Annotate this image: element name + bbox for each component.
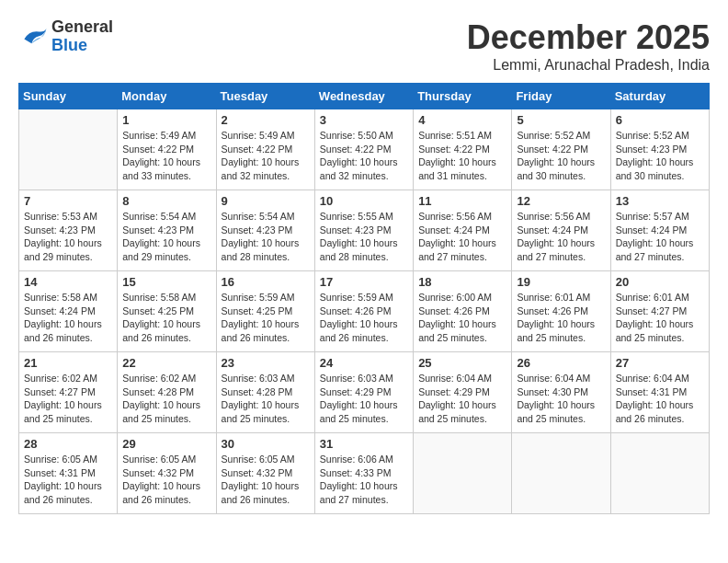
- table-cell: 3Sunrise: 5:50 AMSunset: 4:22 PMDaylight…: [314, 109, 413, 190]
- table-cell: 29Sunrise: 6:05 AMSunset: 4:32 PMDayligh…: [118, 433, 216, 514]
- day-number: 1: [122, 113, 210, 127]
- table-cell: 26Sunrise: 6:04 AMSunset: 4:30 PMDayligh…: [512, 352, 610, 433]
- day-number: 3: [320, 113, 408, 127]
- day-info: Sunrise: 5:59 AMSunset: 4:26 PMDaylight:…: [320, 291, 408, 345]
- day-info: Sunrise: 6:00 AMSunset: 4:26 PMDaylight:…: [418, 291, 506, 345]
- day-info: Sunrise: 5:50 AMSunset: 4:22 PMDaylight:…: [320, 129, 408, 183]
- day-info: Sunrise: 5:59 AMSunset: 4:25 PMDaylight:…: [222, 291, 310, 345]
- day-number: 28: [24, 437, 112, 451]
- day-number: 10: [320, 194, 408, 208]
- day-info: Sunrise: 5:55 AMSunset: 4:23 PMDaylight:…: [320, 210, 408, 264]
- header-tuesday: Tuesday: [216, 84, 314, 109]
- table-cell: 14Sunrise: 5:58 AMSunset: 4:24 PMDayligh…: [19, 271, 118, 352]
- day-info: Sunrise: 6:03 AMSunset: 4:29 PMDaylight:…: [320, 372, 408, 426]
- table-cell: 17Sunrise: 5:59 AMSunset: 4:26 PMDayligh…: [314, 271, 413, 352]
- table-cell: 18Sunrise: 6:00 AMSunset: 4:26 PMDayligh…: [414, 271, 512, 352]
- day-number: 13: [616, 194, 704, 208]
- day-number: 21: [24, 356, 112, 370]
- day-info: Sunrise: 5:58 AMSunset: 4:24 PMDaylight:…: [24, 291, 112, 345]
- day-info: Sunrise: 5:56 AMSunset: 4:24 PMDaylight:…: [418, 210, 506, 264]
- day-number: 2: [222, 113, 310, 127]
- header-saturday: Saturday: [610, 84, 709, 109]
- table-cell: 25Sunrise: 6:04 AMSunset: 4:29 PMDayligh…: [414, 352, 512, 433]
- table-cell: 28Sunrise: 6:05 AMSunset: 4:31 PMDayligh…: [19, 433, 118, 514]
- day-info: Sunrise: 6:05 AMSunset: 4:32 PMDaylight:…: [122, 453, 210, 507]
- day-number: 20: [616, 275, 704, 289]
- table-cell: 24Sunrise: 6:03 AMSunset: 4:29 PMDayligh…: [314, 352, 413, 433]
- table-cell: 19Sunrise: 6:01 AMSunset: 4:26 PMDayligh…: [512, 271, 610, 352]
- table-cell: 20Sunrise: 6:01 AMSunset: 4:27 PMDayligh…: [610, 271, 709, 352]
- table-cell: 6Sunrise: 5:52 AMSunset: 4:23 PMDaylight…: [610, 109, 709, 190]
- title-block: December 2025 Lemmi, Arunachal Pradesh, …: [467, 18, 710, 74]
- table-cell: 21Sunrise: 6:02 AMSunset: 4:27 PMDayligh…: [19, 352, 118, 433]
- day-number: 19: [517, 275, 605, 289]
- day-info: Sunrise: 6:04 AMSunset: 4:29 PMDaylight:…: [418, 372, 506, 426]
- table-cell: 11Sunrise: 5:56 AMSunset: 4:24 PMDayligh…: [414, 190, 512, 271]
- day-info: Sunrise: 5:52 AMSunset: 4:22 PMDaylight:…: [517, 129, 605, 183]
- day-number: 7: [24, 194, 112, 208]
- day-info: Sunrise: 6:04 AMSunset: 4:30 PMDaylight:…: [517, 372, 605, 426]
- table-cell: 16Sunrise: 5:59 AMSunset: 4:25 PMDayligh…: [216, 271, 314, 352]
- logo-line1: General: [51, 18, 113, 37]
- day-number: 12: [517, 194, 605, 208]
- calendar-title: December 2025: [467, 18, 710, 57]
- table-cell: 5Sunrise: 5:52 AMSunset: 4:22 PMDaylight…: [512, 109, 610, 190]
- header-wednesday: Wednesday: [314, 84, 413, 109]
- day-info: Sunrise: 5:49 AMSunset: 4:22 PMDaylight:…: [222, 129, 310, 183]
- day-info: Sunrise: 6:05 AMSunset: 4:31 PMDaylight:…: [24, 453, 112, 507]
- day-info: Sunrise: 6:04 AMSunset: 4:31 PMDaylight:…: [616, 372, 704, 426]
- day-number: 22: [122, 356, 210, 370]
- page-container: General Blue December 2025 Lemmi, Arunac…: [18, 18, 710, 514]
- week-row-1: 1Sunrise: 5:49 AMSunset: 4:22 PMDaylight…: [19, 109, 710, 190]
- calendar-table: Sunday Monday Tuesday Wednesday Thursday…: [18, 83, 710, 514]
- day-info: Sunrise: 5:57 AMSunset: 4:24 PMDaylight:…: [616, 210, 704, 264]
- day-number: 23: [222, 356, 310, 370]
- table-cell: 12Sunrise: 5:56 AMSunset: 4:24 PMDayligh…: [512, 190, 610, 271]
- day-number: 15: [122, 275, 210, 289]
- day-info: Sunrise: 5:49 AMSunset: 4:22 PMDaylight:…: [122, 129, 210, 183]
- day-number: 18: [418, 275, 506, 289]
- day-info: Sunrise: 6:06 AMSunset: 4:33 PMDaylight:…: [320, 453, 408, 507]
- table-cell: 30Sunrise: 6:05 AMSunset: 4:32 PMDayligh…: [216, 433, 314, 514]
- week-row-3: 14Sunrise: 5:58 AMSunset: 4:24 PMDayligh…: [19, 271, 710, 352]
- logo: General Blue: [18, 18, 113, 55]
- day-number: 31: [320, 437, 408, 451]
- day-number: 16: [222, 275, 310, 289]
- table-cell: 22Sunrise: 6:02 AMSunset: 4:28 PMDayligh…: [118, 352, 216, 433]
- day-number: 26: [517, 356, 605, 370]
- header-thursday: Thursday: [414, 84, 512, 109]
- table-cell: 2Sunrise: 5:49 AMSunset: 4:22 PMDaylight…: [216, 109, 314, 190]
- day-info: Sunrise: 5:58 AMSunset: 4:25 PMDaylight:…: [122, 291, 210, 345]
- header-monday: Monday: [118, 84, 216, 109]
- week-row-5: 28Sunrise: 6:05 AMSunset: 4:31 PMDayligh…: [19, 433, 710, 514]
- calendar-subtitle: Lemmi, Arunachal Pradesh, India: [467, 57, 710, 74]
- day-number: 6: [616, 113, 704, 127]
- day-number: 25: [418, 356, 506, 370]
- day-number: 14: [24, 275, 112, 289]
- table-cell: 15Sunrise: 5:58 AMSunset: 4:25 PMDayligh…: [118, 271, 216, 352]
- day-number: 11: [418, 194, 506, 208]
- logo-icon: [18, 24, 48, 50]
- table-cell: 13Sunrise: 5:57 AMSunset: 4:24 PMDayligh…: [610, 190, 709, 271]
- table-cell: [414, 433, 512, 514]
- day-number: 8: [122, 194, 210, 208]
- day-info: Sunrise: 6:05 AMSunset: 4:32 PMDaylight:…: [222, 453, 310, 507]
- table-cell: 23Sunrise: 6:03 AMSunset: 4:28 PMDayligh…: [216, 352, 314, 433]
- day-number: 9: [222, 194, 310, 208]
- day-number: 4: [418, 113, 506, 127]
- header: General Blue December 2025 Lemmi, Arunac…: [18, 18, 710, 74]
- day-info: Sunrise: 6:01 AMSunset: 4:27 PMDaylight:…: [616, 291, 704, 345]
- day-number: 29: [122, 437, 210, 451]
- table-cell: 27Sunrise: 6:04 AMSunset: 4:31 PMDayligh…: [610, 352, 709, 433]
- day-number: 27: [616, 356, 704, 370]
- week-row-2: 7Sunrise: 5:53 AMSunset: 4:23 PMDaylight…: [19, 190, 710, 271]
- day-info: Sunrise: 5:56 AMSunset: 4:24 PMDaylight:…: [517, 210, 605, 264]
- day-number: 5: [517, 113, 605, 127]
- day-info: Sunrise: 5:53 AMSunset: 4:23 PMDaylight:…: [24, 210, 112, 264]
- table-cell: [512, 433, 610, 514]
- day-info: Sunrise: 6:03 AMSunset: 4:28 PMDaylight:…: [222, 372, 310, 426]
- table-cell: 8Sunrise: 5:54 AMSunset: 4:23 PMDaylight…: [118, 190, 216, 271]
- table-cell: 7Sunrise: 5:53 AMSunset: 4:23 PMDaylight…: [19, 190, 118, 271]
- header-friday: Friday: [512, 84, 610, 109]
- day-info: Sunrise: 5:54 AMSunset: 4:23 PMDaylight:…: [122, 210, 210, 264]
